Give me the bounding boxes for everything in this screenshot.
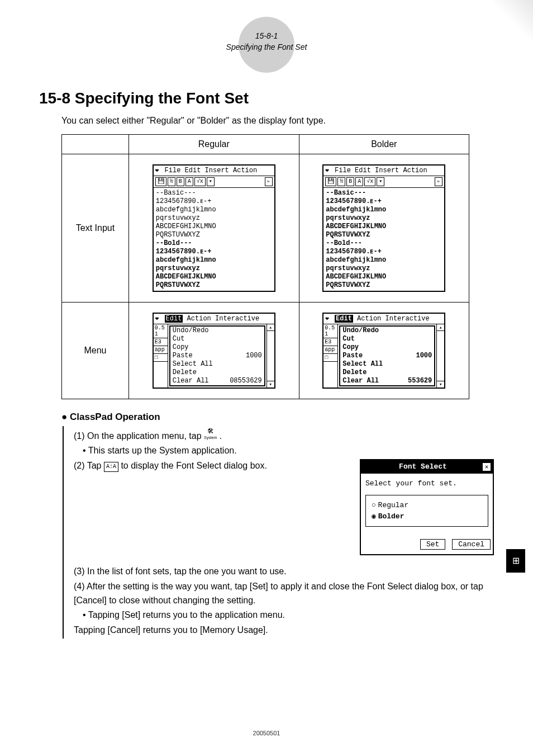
step-1: (1) On the application menu, tap 🛠System… — [74, 426, 494, 443]
scroll-down-icon: ▾ — [437, 381, 444, 388]
step-3: (3) In the list of font sets, tap the on… — [74, 565, 494, 579]
scrollbar: ▴ ▾ — [266, 324, 274, 388]
row-menu-label: Menu — [62, 303, 129, 399]
option-regular[interactable]: Regular — [372, 500, 482, 511]
edit-dropdown: Undo/Redo Cut Copy Paste1000 Select All … — [339, 325, 435, 386]
scroll-down-icon: ▾ — [267, 381, 274, 388]
system-app-icon: 🛠System — [204, 426, 217, 441]
app-icon: ❤ — [325, 315, 329, 322]
frac-icon: ½ — [337, 177, 345, 186]
root-icon: √x — [194, 177, 206, 186]
option-bolder[interactable]: Bolder — [372, 511, 482, 522]
page-title: 15-8 Specifying the Font Set — [39, 89, 494, 107]
row-textinput-label: Text Input — [62, 154, 129, 303]
operation-steps: (1) On the application menu, tap 🛠System… — [63, 426, 494, 639]
dialog-prompt: Select your font set. — [365, 478, 488, 489]
font-options: Regular Bolder — [365, 495, 488, 527]
menubar-rest: Action Interactive — [187, 315, 260, 323]
bold-icon: B — [346, 177, 354, 186]
screenshot-textinput-bolder: ❤ File Edit Insert Action 💾 ½ B A √x ▾ ▹ — [322, 164, 445, 292]
app-icon: ❤ — [325, 167, 329, 174]
edit-menu-highlighted: Edit — [165, 315, 183, 323]
scroll-up-icon: ▴ — [267, 324, 274, 331]
page-number: 15-8-1 — [39, 31, 494, 42]
screenshot-menu-regular: ❤ Edit Action Interactive 0.5 1 E3 app □… — [153, 313, 275, 389]
bold-icon: B — [177, 177, 184, 186]
col-bolder: Bolder — [299, 135, 469, 154]
toolbar: 💾 ½ B A √x ▾ ▹ — [323, 176, 444, 188]
step-4: (4) After the setting is the way you wan… — [74, 580, 494, 608]
step-1-sub: This starts up the System application. — [83, 444, 494, 458]
screenshot-textinput-regular: ❤ File Edit Insert Action 💾 ½ B A √x ▾ ▹ — [153, 164, 275, 292]
a-icon: A — [355, 177, 363, 186]
frac-icon: ½ — [168, 177, 175, 186]
dropdown-icon: ▾ — [377, 177, 384, 186]
cancel-button[interactable]: Cancel — [452, 539, 491, 550]
running-title: Specifying the Font Set — [39, 42, 494, 53]
operation-heading: ClassPad Operation — [61, 412, 494, 423]
app-icon: ❤ — [155, 167, 159, 174]
menubar-text: File Edit Insert Action — [335, 167, 427, 174]
set-button[interactable]: Set — [420, 539, 445, 550]
dialog-title: Font Select — [363, 461, 483, 472]
font-select-dialog: Font Select ✕ Select your font set. Regu… — [360, 459, 494, 555]
a-icon: A — [185, 177, 193, 186]
toolbar: 💾 ½ B A √x ▾ ▹ — [154, 176, 274, 188]
step-4-sub2: Tapping [Cancel] returns you to [Memory … — [74, 623, 494, 637]
page-header: 15-8-1 Specifying the Font Set — [39, 17, 494, 67]
step-4-sub1: Tapping [Set] returns you to the applica… — [83, 608, 494, 622]
left-toolbar: 0.5 1 E3 app □ — [323, 324, 338, 388]
menubar-text: File Edit Insert Action — [165, 167, 258, 174]
close-icon[interactable]: ✕ — [483, 463, 491, 471]
intro-text: You can select either "Regular" or "Bold… — [61, 116, 494, 126]
scroll-up-icon: ▴ — [437, 324, 444, 331]
side-tab-icon: ⊞ — [506, 549, 525, 573]
app-icon: ❤ — [155, 315, 159, 322]
screenshot-menu-bolder: ❤ Edit Action Interactive 0.5 1 E3 app □… — [322, 313, 445, 389]
scrollbar: ▴ ▾ — [436, 324, 444, 388]
root-icon: √x — [364, 177, 375, 186]
edit-dropdown: Undo/Redo Cut Copy Paste1000 Select All … — [169, 325, 265, 386]
left-toolbar: 0.5 1 E3 app □ — [154, 324, 168, 388]
dropdown-icon: ▾ — [207, 177, 215, 186]
expand-icon: ▹ — [435, 177, 442, 186]
comparison-table: Regular Bolder Text Input ❤ File Edit In… — [61, 134, 469, 399]
save-icon: 💾 — [325, 177, 336, 186]
menubar-rest: Action Interactive — [357, 315, 430, 323]
footer-date: 20050501 — [0, 730, 533, 736]
font-select-toolbar-icon: A:A — [104, 462, 118, 472]
col-regular: Regular — [129, 135, 299, 154]
save-icon: 💾 — [155, 177, 166, 186]
page-corner — [494, 0, 533, 50]
edit-menu-highlighted: Edit — [335, 315, 353, 323]
expand-icon: ▹ — [265, 177, 273, 186]
dialog-titlebar: Font Select ✕ — [361, 460, 493, 474]
table-corner — [62, 135, 129, 154]
